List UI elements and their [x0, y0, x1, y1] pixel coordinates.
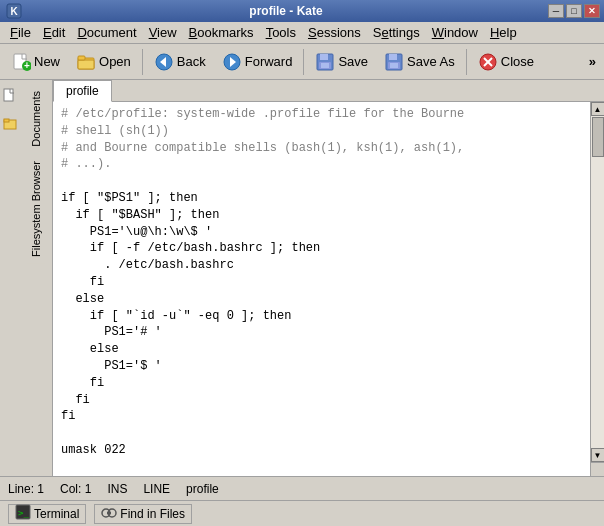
open-label: Open	[99, 54, 131, 69]
menubar: File Edit Document View Bookmarks Tools …	[0, 22, 604, 44]
svg-rect-13	[320, 54, 328, 60]
documents-tab[interactable]: Documents	[27, 84, 45, 154]
open-icon	[76, 52, 96, 72]
left-icons-column	[0, 80, 20, 476]
menu-view[interactable]: View	[143, 23, 183, 42]
new-icon: +	[11, 52, 31, 72]
menu-file[interactable]: File	[4, 23, 37, 42]
save-label: Save	[338, 54, 368, 69]
menu-help[interactable]: Help	[484, 23, 523, 42]
svg-rect-30	[107, 512, 111, 514]
app-icon: K	[6, 3, 22, 19]
close-doc-button[interactable]: Close	[471, 47, 541, 77]
forward-button[interactable]: Forward	[215, 47, 300, 77]
scroll-down-arrow[interactable]: ▼	[591, 448, 605, 462]
scroll-up-arrow[interactable]: ▲	[591, 102, 605, 116]
arrow-left-icon	[154, 52, 174, 72]
svg-rect-7	[78, 56, 85, 60]
close-window-button[interactable]: ✕	[584, 4, 600, 18]
menu-document[interactable]: Document	[71, 23, 142, 42]
back-label: Back	[177, 54, 206, 69]
menu-edit[interactable]: Edit	[37, 23, 71, 42]
status-ins: INS	[107, 482, 127, 496]
terminal-icon: >_	[15, 504, 31, 523]
menu-sessions[interactable]: Sessions	[302, 23, 367, 42]
menu-tools[interactable]: Tools	[260, 23, 302, 42]
left-tabs-column: Documents Filesystem Browser	[20, 80, 52, 476]
svg-rect-19	[390, 63, 398, 68]
find-in-files-button[interactable]: Find in Files	[94, 504, 192, 524]
svg-rect-23	[4, 89, 13, 101]
svg-text:+: +	[24, 60, 30, 71]
binoculars-icon	[101, 504, 117, 520]
content-area: Documents Filesystem Browser profile # /…	[0, 80, 604, 526]
window-controls: ─ □ ✕	[548, 4, 600, 18]
new-button[interactable]: + New	[4, 47, 67, 77]
back-button[interactable]: Back	[147, 47, 213, 77]
svg-text:>_: >_	[18, 508, 29, 518]
svg-rect-15	[321, 63, 329, 68]
terminal-button[interactable]: >_ Terminal	[8, 504, 86, 524]
arrow-right-icon	[222, 52, 242, 72]
left-panels: Documents Filesystem Browser	[0, 80, 53, 476]
svg-text:K: K	[10, 6, 18, 17]
menu-bookmarks[interactable]: Bookmarks	[183, 23, 260, 42]
menu-window[interactable]: Window	[426, 23, 484, 42]
open-button[interactable]: Open	[69, 47, 138, 77]
window-icon: K	[4, 1, 24, 21]
back-icon	[154, 52, 174, 72]
save-button[interactable]: Save	[308, 47, 375, 77]
find-in-files-label: Find in Files	[120, 507, 185, 521]
status-col: Col: 1	[60, 482, 91, 496]
find-icon	[101, 504, 117, 523]
save-as-button[interactable]: Save As	[377, 47, 462, 77]
toolbar-separator-1	[142, 49, 143, 75]
close-label: Close	[501, 54, 534, 69]
terminal-small-icon: >_	[15, 504, 31, 520]
status-line-mode: LINE	[143, 482, 170, 496]
terminal-label: Terminal	[34, 507, 79, 521]
toolbar-overflow[interactable]: »	[585, 52, 600, 71]
scroll-thumb[interactable]	[592, 117, 604, 157]
toolbar-separator-3	[466, 49, 467, 75]
menu-settings[interactable]: Settings	[367, 23, 426, 42]
save-icon	[315, 52, 335, 72]
status-filename: profile	[186, 482, 219, 496]
svg-rect-17	[389, 54, 397, 60]
svg-rect-25	[4, 119, 9, 122]
statusbar: Line: 1 Col: 1 INS LINE profile	[0, 476, 604, 500]
minimize-button[interactable]: ─	[548, 4, 564, 18]
x-circle-icon	[478, 52, 498, 72]
maximize-button[interactable]: □	[566, 4, 582, 18]
sidebar-icon-1[interactable]	[0, 84, 21, 106]
code-editor[interactable]: # /etc/profile: system-wide .profile fil…	[53, 102, 590, 476]
close-icon	[478, 52, 498, 72]
document-small-icon	[3, 88, 17, 102]
vertical-scrollbar[interactable]: ▲ ▼	[590, 102, 604, 476]
profile-tab-label: profile	[66, 84, 99, 98]
folder-icon	[76, 52, 96, 72]
status-line: Line: 1	[8, 482, 44, 496]
new-label: New	[34, 54, 60, 69]
titlebar: K profile - Kate ─ □ ✕	[0, 0, 604, 22]
filesystem-browser-tab[interactable]: Filesystem Browser	[27, 154, 45, 264]
floppy-as-icon	[384, 52, 404, 72]
sidebar-icon-2[interactable]	[0, 112, 21, 134]
folder-small-icon	[3, 116, 17, 130]
save-as-label: Save As	[407, 54, 455, 69]
editor-row: Documents Filesystem Browser profile # /…	[0, 80, 604, 476]
floppy-icon	[315, 52, 335, 72]
forward-icon	[222, 52, 242, 72]
save-as-icon	[384, 52, 404, 72]
bottom-toolbar: >_ Terminal Find in Files	[0, 500, 604, 526]
editor-container: # /etc/profile: system-wide .profile fil…	[53, 102, 604, 476]
forward-label: Forward	[245, 54, 293, 69]
tab-bar-row: profile	[53, 80, 604, 102]
toolbar: + New Open Back	[0, 44, 604, 80]
svg-rect-6	[78, 60, 94, 69]
toolbar-separator-2	[303, 49, 304, 75]
profile-tab[interactable]: profile	[53, 80, 112, 102]
new-file-icon: +	[11, 52, 31, 72]
tab-and-editor: profile # /etc/profile: system-wide .pro…	[53, 80, 604, 476]
window-title: profile - Kate	[24, 4, 548, 18]
